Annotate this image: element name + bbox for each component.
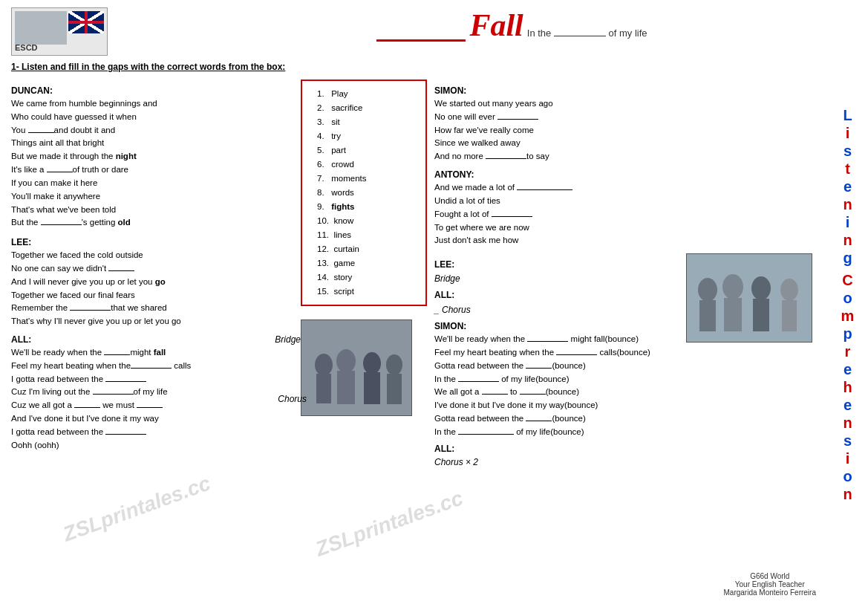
- duncan-line1: We came from humble beginnings and: [11, 97, 293, 111]
- v-letter-i2: i: [846, 213, 850, 231]
- duncan-label: DUNCAN:: [11, 85, 293, 96]
- watermark-2: ZSLprintales.cc: [313, 486, 466, 561]
- logo-flag: [68, 11, 104, 33]
- antony-label: ANTONY:: [434, 169, 812, 180]
- all-left-label: ALL:: [11, 334, 293, 345]
- word-5: 5. part: [317, 143, 411, 158]
- word-14: 14. story: [317, 270, 411, 285]
- vertical-text: L i s t e n i n g C o m p r e h e n s i …: [827, 0, 868, 609]
- v-letter-n3: n: [843, 414, 852, 432]
- right-column: SIMON: We started out many years ago No …: [434, 80, 812, 467]
- svg-rect-8: [387, 374, 402, 404]
- word-10: 10. know: [317, 214, 411, 228]
- antony-line2: Undid a lot of ties: [434, 195, 812, 208]
- v-letter-t: t: [845, 160, 850, 178]
- photo-left: [301, 319, 412, 416]
- v-letter-g: g: [843, 249, 852, 267]
- antony-line1: And we made a lot of: [434, 181, 812, 195]
- v-letter-n4: n: [843, 485, 852, 503]
- v-letter-i3: i: [846, 450, 850, 467]
- svg-rect-2: [316, 374, 331, 403]
- word-2: 2. sacrifice: [317, 101, 411, 115]
- sc-line1: We'll be ready when the might fall(bounc…: [434, 333, 680, 346]
- svg-point-3: [336, 349, 356, 373]
- lee-line5: Remember the that we shared: [11, 302, 293, 315]
- sc-line5: We all got a to (bounce): [434, 386, 680, 399]
- duncan-line7: If you can make it here: [11, 177, 293, 190]
- v-letter-h: h: [843, 378, 852, 396]
- svg-rect-4: [337, 371, 355, 404]
- v-letter-m: m: [841, 307, 855, 325]
- svg-point-1: [315, 354, 333, 376]
- word-11: 11. lines: [317, 228, 411, 242]
- svg-point-16: [780, 279, 798, 301]
- all-line2: Feel my heart beating when the calls: [11, 360, 293, 373]
- logo-text: ESCD: [15, 43, 38, 52]
- logo-box: ESCD: [11, 7, 108, 56]
- header: ESCD Fall In the of my life: [11, 7, 857, 56]
- sc-line2: Feel my heart beating when the calls(bou…: [434, 346, 680, 360]
- word-15: 15. script: [317, 285, 411, 299]
- v-letter-p: p: [843, 325, 852, 343]
- sc-line4: In the of my life(bounce): [434, 373, 680, 386]
- antony-line3: Fought a lot of: [434, 208, 812, 221]
- chorus-label-left: Chorus: [278, 394, 307, 404]
- photo-right: [686, 253, 812, 343]
- svg-point-10: [698, 278, 717, 302]
- v-letter-o2: o: [843, 467, 852, 485]
- logo-building: [15, 11, 67, 45]
- main-content: DUNCAN: We came from humble beginnings a…: [11, 80, 857, 467]
- duncan-line8: You'll make it anywhere: [11, 190, 293, 204]
- v-letter-L: L: [843, 106, 852, 124]
- watermark-1: ZSLprintales.cc: [60, 471, 214, 546]
- svg-point-14: [751, 276, 771, 300]
- lee-line2: No one can say we didn't: [11, 262, 293, 276]
- instruction-text: 1- Listen and fill in the gaps with the …: [11, 62, 857, 72]
- antony-line4: To get where we are now: [434, 221, 812, 235]
- lee-right-label: LEE:: [434, 259, 680, 270]
- song-title: Fall: [469, 7, 523, 43]
- subtitle: In the of my life: [527, 27, 647, 39]
- word-3: 3. sit: [317, 115, 411, 129]
- v-letter-n: n: [843, 195, 852, 213]
- chorus-x2: Chorus × 2: [434, 457, 478, 467]
- antony-line5: Just don't ask me how: [434, 234, 812, 247]
- lee-right-lyrics: LEE: Bridge ALL: _ Chorus SIMON: We'll b…: [434, 253, 680, 467]
- all-line6: And I've done it but I've done it my way: [11, 412, 293, 426]
- svg-point-7: [386, 354, 402, 375]
- left-lyrics: DUNCAN: We came from humble beginnings a…: [11, 80, 293, 452]
- all-line5: Cuz we all got a we must: [11, 399, 293, 412]
- v-letter-r: r: [845, 343, 851, 360]
- svg-rect-17: [782, 300, 797, 331]
- svg-point-12: [722, 274, 743, 299]
- v-letter-e: e: [843, 178, 852, 195]
- v-letter-e2: e: [843, 360, 852, 378]
- left-column: DUNCAN: We came from humble beginnings a…: [11, 80, 427, 467]
- lee-line1: Together we faced the cold outside: [11, 249, 293, 262]
- word-12: 12. curtain: [317, 242, 411, 256]
- sc-line8: In the of my life(bounce): [434, 426, 680, 439]
- duncan-line6: It's like a of truth or dare: [11, 163, 293, 177]
- word-1: 1. Play: [317, 87, 411, 101]
- bridge-label-left: Bridge: [275, 334, 301, 345]
- word-9: 9. fights: [317, 200, 411, 214]
- word-4: 4. try: [317, 129, 411, 143]
- svg-rect-11: [699, 300, 716, 331]
- duncan-line4: Things aint all that bright: [11, 137, 293, 150]
- v-letter-i1: i: [846, 124, 850, 142]
- v-letter-o: o: [843, 289, 852, 307]
- sc-line6: I've done it but I've done it my way(bou…: [434, 399, 680, 412]
- bridge-right-label: Bridge: [434, 273, 680, 284]
- simon-r-line4: Since we walked away: [434, 137, 812, 150]
- chorus-right-label: _ Chorus: [434, 305, 680, 315]
- title-area: Fall In the of my life: [108, 7, 857, 45]
- svg-rect-15: [753, 299, 769, 331]
- lee-right-section: LEE: Bridge ALL: _ Chorus SIMON: We'll b…: [434, 253, 812, 467]
- word-6: 6. crowd: [317, 158, 411, 172]
- v-letter-C: C: [842, 271, 852, 289]
- duncan-line9: That's what we've been told: [11, 204, 293, 217]
- duncan-line10: But the 's getting old: [11, 216, 293, 230]
- v-letter-n2: n: [843, 231, 852, 249]
- simon-chorus-label: SIMON:: [434, 321, 680, 331]
- all-line8: Oohh (oohh): [11, 439, 293, 452]
